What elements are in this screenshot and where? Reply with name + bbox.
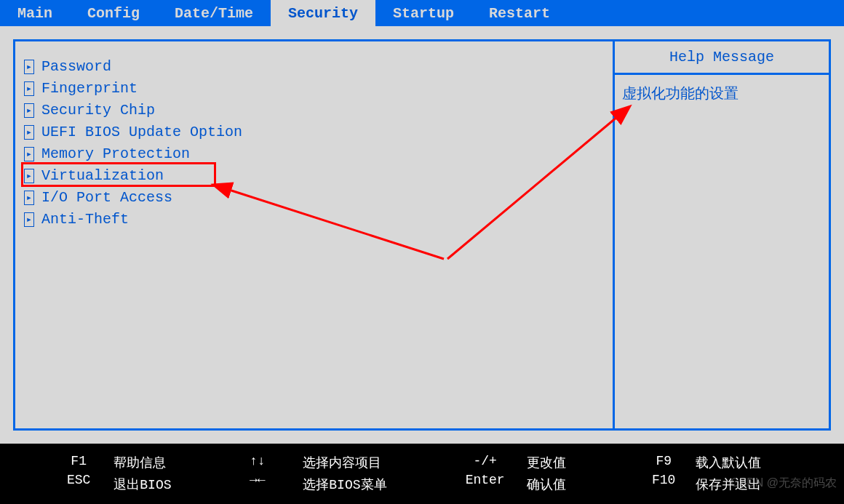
submenu-icon: ▸: [24, 191, 34, 205]
footer-label-exit: 退出BIOS: [114, 476, 212, 493]
menu-label: Memory Protection: [41, 143, 190, 165]
menu-anti-theft[interactable]: ▸ Anti-Theft: [24, 209, 604, 231]
footer-key-f1: F1: [44, 454, 114, 468]
menu-uefi-bios-update[interactable]: ▸ UEFI BIOS Update Option: [24, 121, 604, 143]
tab-startup[interactable]: Startup: [375, 0, 471, 26]
submenu-icon: ▸: [24, 169, 34, 183]
menu-label: I/O Port Access: [41, 187, 172, 209]
footer-key-leftright: →←: [212, 473, 303, 487]
footer-label-change: 更改值: [527, 454, 632, 471]
footer-key-enter: Enter: [443, 473, 528, 487]
tab-datetime[interactable]: Date/Time: [157, 0, 271, 26]
footer-key-esc: ESC: [44, 473, 114, 487]
menu-label: Fingerprint: [41, 78, 138, 100]
help-content: 虚拟化功能的设置: [615, 75, 829, 112]
footer-key-updown: ↑↓: [212, 454, 303, 468]
tab-main[interactable]: Main: [0, 0, 70, 26]
footer-key-plusminus: -/+: [443, 454, 528, 468]
footer-label-select-menu: 选择BIOS菜单: [303, 476, 443, 493]
submenu-icon: ▸: [24, 103, 34, 118]
help-title: Help Message: [615, 41, 829, 75]
footer-key-f9: F9: [632, 454, 696, 468]
footer-label-select-item: 选择内容项目: [303, 454, 443, 471]
menu-security-chip[interactable]: ▸ Security Chip: [24, 100, 604, 121]
footer-key-f10: F10: [632, 473, 696, 487]
bios-content: ▸ Password ▸ Fingerprint ▸ Security Chip…: [0, 26, 844, 444]
footer-label-defaults: 载入默认值: [696, 454, 800, 471]
footer-label-help: 帮助信息: [114, 454, 212, 471]
menu-label: Password: [41, 56, 111, 78]
watermark: CSDN @无奈的码农: [730, 476, 837, 491]
bios-tab-bar: Main Config Date/Time Security Startup R…: [0, 0, 844, 26]
menu-label: Virtualization: [41, 165, 164, 187]
menu-memory-protection[interactable]: ▸ Memory Protection: [24, 143, 604, 165]
tab-restart[interactable]: Restart: [471, 0, 568, 26]
menu-fingerprint[interactable]: ▸ Fingerprint: [24, 78, 604, 100]
tab-security[interactable]: Security: [271, 0, 375, 26]
security-menu-panel: ▸ Password ▸ Fingerprint ▸ Security Chip…: [13, 39, 613, 431]
menu-password[interactable]: ▸ Password: [24, 56, 604, 78]
submenu-icon: ▸: [24, 125, 34, 140]
footer-label-confirm: 确认值: [527, 476, 632, 493]
menu-label: Anti-Theft: [41, 209, 129, 231]
submenu-icon: ▸: [24, 81, 34, 96]
submenu-icon: ▸: [24, 212, 34, 227]
menu-label: Security Chip: [41, 100, 155, 121]
menu-virtualization[interactable]: ▸ Virtualization: [24, 165, 604, 187]
help-panel: Help Message 虚拟化功能的设置: [613, 39, 831, 431]
bios-footer: F1 ESC 帮助信息 退出BIOS ↑↓ →← 选择内容项目 选择BIOS菜单…: [0, 444, 844, 504]
menu-io-port-access[interactable]: ▸ I/O Port Access: [24, 187, 604, 209]
submenu-icon: ▸: [24, 60, 34, 74]
submenu-icon: ▸: [24, 147, 34, 161]
tab-config[interactable]: Config: [70, 0, 157, 26]
menu-label: UEFI BIOS Update Option: [41, 121, 242, 143]
